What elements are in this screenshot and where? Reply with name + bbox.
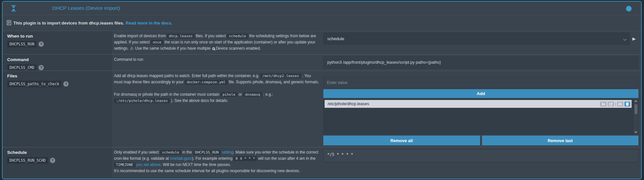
inline-code: DHCPLSS_RUN: [193, 150, 221, 155]
run-select[interactable]: schedule: [323, 33, 630, 44]
trash-icon: [626, 102, 629, 106]
panel-header: DHCP Leases (Device import): [3, 2, 641, 15]
setting-row-schedule: Schedule DHCPLSS_RUN_SCHD ? Only enabled…: [3, 147, 641, 178]
setting-key-badge: DHCPLSS_RUN_SCHD: [7, 157, 48, 164]
inline-code: TIMEZONE: [114, 162, 135, 167]
setting-name: Files: [7, 74, 107, 78]
files-input[interactable]: [323, 77, 638, 88]
setting-description: Add all dhcp.leases mapped paths to watc…: [112, 71, 323, 147]
setting-key-badge: DHCPLSS_RUN: [7, 41, 37, 47]
setting-row-when-to-run: When to run DHCPLSS_RUN ? Enable import …: [3, 31, 641, 55]
inline-link[interactable]: you set above: [136, 162, 161, 167]
command-input[interactable]: python3 /app/front/plugins/dhcp_leases/s…: [323, 56, 638, 69]
multiplier-1x-chip[interactable]: 1x: [600, 102, 606, 106]
help-icon[interactable]: ?: [63, 81, 69, 87]
chevron-down-icon: [623, 38, 627, 41]
edit-button[interactable]: [608, 102, 614, 106]
inline-code: 0 4 * * *: [233, 156, 257, 161]
run-select-value: schedule: [327, 36, 344, 41]
add-button[interactable]: Add: [323, 89, 638, 98]
info-text: This plugin is to import devices from dh…: [13, 21, 124, 25]
setting-name-cell: When to run DHCPLSS_RUN ?: [3, 31, 112, 54]
inline-code: dhcp.leases: [167, 34, 195, 39]
help-icon[interactable]: ?: [39, 65, 44, 70]
run-plugin-button[interactable]: ▶: [630, 33, 638, 44]
page-title: DHCP Leases (Device import): [52, 5, 120, 11]
setting-description: Command to run: [112, 55, 323, 71]
setting-name: Schedule: [7, 150, 107, 155]
setting-name-cell: Schedule DHCPLSS_RUN_SCHD ?: [3, 147, 112, 178]
setting-value-cell: Add /etc/pihole/dhcp.leases 1x | 2x: [323, 71, 641, 147]
setting-value-cell: schedule ▶: [323, 31, 641, 54]
inline-code: :/etc/pihole/dhcp.leases: [114, 98, 170, 103]
inline-code: schedule: [227, 34, 248, 39]
warning-icon: ⚠: [130, 46, 134, 51]
delete-button[interactable]: [624, 102, 630, 106]
chip-separator: |: [615, 102, 616, 106]
setting-key-badge: DHCPLSS_CMD: [7, 64, 37, 71]
setting-name-cell: Files DHCPLSS_paths_to_check ?: [3, 71, 112, 147]
inline-code: dnsmasq: [243, 92, 262, 97]
plugin-enabled-indicator[interactable]: [626, 6, 632, 11]
docs-link[interactable]: Read more in the docs.: [126, 21, 172, 25]
setting-value-cell: */5 * * * *: [323, 147, 641, 178]
scroll-up-icon[interactable]: [635, 100, 637, 103]
help-icon[interactable]: ?: [50, 158, 55, 163]
inline-code: pihole: [220, 92, 237, 97]
schedule-input[interactable]: */5 * * * *: [323, 149, 638, 162]
remove-last-button[interactable]: Remove last: [482, 136, 639, 145]
list-scrollbar[interactable]: [633, 99, 638, 134]
inline-code: once: [151, 40, 164, 45]
edit-icon: [609, 102, 613, 106]
file-item[interactable]: /etc/pihole/dhcp.leases 1x | 2x: [325, 100, 632, 108]
info-bar: This plugin is to import devices from dh…: [3, 15, 641, 31]
setting-description: Enable import of devices from dhcp.lease…: [112, 31, 323, 54]
remove-all-button[interactable]: Remove all: [323, 136, 480, 145]
hourglass-icon: [11, 5, 16, 13]
inline-code: /mnt/dhcp2.leases: [260, 74, 301, 78]
files-list: /etc/pihole/dhcp.leases 1x | 2x: [323, 99, 638, 135]
plugin-panel: DHCP Leases (Device import) This plugin …: [2, 1, 642, 179]
inline-link[interactable]: crontab.guru: [170, 156, 192, 161]
setting-row-files: Files DHCPLSS_paths_to_check ? Add all d…: [3, 71, 641, 147]
setting-key-badge: DHCPLSS_paths_to_check: [7, 81, 61, 87]
play-icon: ▶: [633, 36, 636, 41]
setting-name-cell: Command DHCPLSS_CMD ?: [3, 55, 112, 71]
scroll-down-icon[interactable]: [635, 130, 637, 133]
help-icon[interactable]: ?: [39, 41, 44, 47]
setting-row-command: Command DHCPLSS_CMD ? Command to run pyt…: [3, 55, 641, 71]
inline-code: docker-compose.yml: [185, 80, 228, 85]
setting-value-cell: python3 /app/front/plugins/dhcp_leases/s…: [323, 55, 641, 71]
setting-description: Only enabled if you select schedule in t…: [112, 147, 323, 178]
search-plus-icon: [212, 47, 215, 50]
multiplier-2x-chip[interactable]: 2x: [617, 102, 623, 106]
docs-icon: [7, 20, 11, 26]
setting-name: When to run: [7, 34, 107, 39]
scroll-thumb[interactable]: [635, 104, 637, 114]
inline-link[interactable]: setting: [222, 150, 233, 155]
setting-name: Command: [7, 57, 107, 62]
file-path: /etc/pihole/dhcp.leases: [328, 102, 369, 106]
inline-code: schedule: [160, 150, 181, 155]
